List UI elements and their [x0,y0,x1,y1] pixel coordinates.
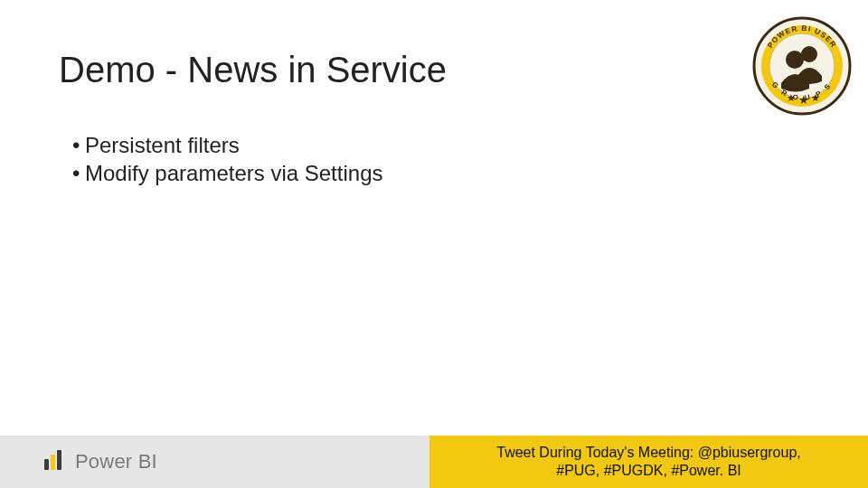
list-item: • Persistent filters [72,131,382,159]
svg-rect-11 [44,459,49,470]
bullet-list: • Persistent filters • Modify parameters… [72,131,382,187]
bullet-text: Modify parameters via Settings [85,159,382,187]
footer-right: Tweet During Today's Meeting: @pbiusergr… [429,436,868,488]
footer: Power BI Tweet During Today's Meeting: @… [0,436,868,488]
list-item: • Modify parameters via Settings [72,159,382,187]
bullet-icon: • [72,131,85,159]
pbi-user-groups-badge-icon: POWER BI USER ★ ★ ★ G R O U P S [752,16,852,119]
svg-point-10 [786,51,804,69]
svg-rect-14 [51,455,55,470]
tweet-line-2: #PUG, #PUGDK, #Power. BI [556,462,741,480]
footer-left: Power BI [0,436,429,488]
power-bi-logo-text: Power BI [75,450,157,474]
power-bi-logo-icon [41,446,68,477]
slide: Demo - News in Service • Persistent filt… [0,0,868,488]
svg-rect-13 [57,450,61,470]
bullet-text: Persistent filters [85,131,240,159]
tweet-line-1: Tweet During Today's Meeting: @pbiusergr… [496,444,801,462]
slide-title: Demo - News in Service [59,50,447,90]
bullet-icon: • [72,159,85,187]
